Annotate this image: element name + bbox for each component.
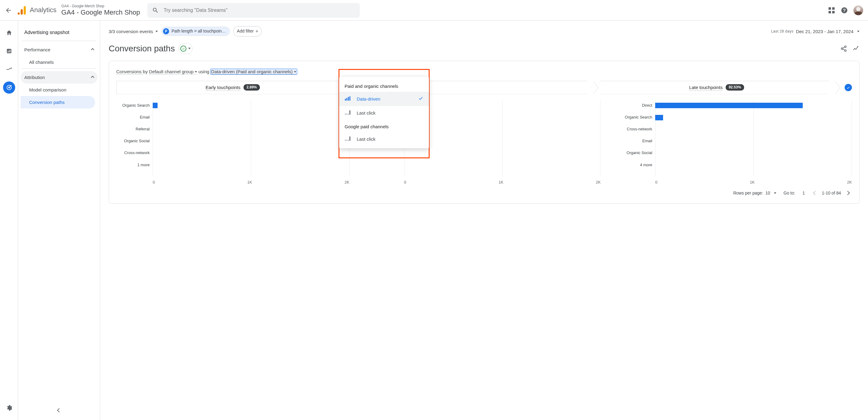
chart-xtick: 0	[153, 179, 155, 185]
sentence-model-selector[interactable]: Data-driven (Paid and organic channels)	[211, 69, 297, 75]
touchpoint-early-tab[interactable]: Early touchpoints 2.89%	[116, 81, 349, 94]
chart-labels: DirectOrganic SearchCross-networkEmailOr…	[619, 100, 652, 186]
attribution-model-dropdown: Paid and organic channels Data-driven La…	[339, 77, 429, 148]
svg-rect-31	[349, 136, 350, 141]
touchpoint-label: Early touchpoints	[206, 84, 241, 91]
touchpoint-late-tab[interactable]: Late touchpoints 92.53%	[600, 81, 833, 94]
filter-toolbar: 3/3 conversion events P Path length = al…	[100, 21, 868, 40]
svg-rect-24	[345, 114, 346, 115]
avatar[interactable]	[854, 5, 863, 15]
property-subtitle: GA4 - Google Merch Shop	[61, 4, 140, 8]
rail-home-icon[interactable]	[3, 27, 15, 39]
chip-badge-icon: P	[163, 28, 169, 34]
rail-admin-gear-icon[interactable]	[3, 402, 15, 414]
svg-point-17	[845, 50, 846, 52]
svg-line-18	[843, 47, 845, 48]
rail-advertising-icon[interactable]	[3, 81, 15, 93]
chevron-up-icon	[91, 76, 94, 79]
date-range-picker[interactable]: Last 28 days Dec 21, 2023 - Jan 17, 2024	[771, 28, 860, 35]
back-arrow-icon[interactable]	[5, 7, 12, 14]
svg-rect-4	[832, 7, 835, 10]
chart-category-label: Cross-network	[116, 150, 150, 156]
date-range-preset: Last 28 days	[771, 29, 794, 34]
conversion-events-label: 3/3 conversion events	[109, 28, 153, 35]
data-quality-button[interactable]	[179, 43, 192, 54]
chart-category-label: Organic Search	[619, 115, 652, 120]
touchpoint-badge: 2.89%	[244, 84, 260, 90]
main-content: 3/3 conversion events P Path length = al…	[100, 21, 868, 420]
caret-down-icon	[774, 192, 776, 194]
svg-rect-20	[345, 99, 346, 101]
conversion-events-selector[interactable]: 3/3 conversion events	[109, 28, 158, 35]
title-actions	[840, 45, 860, 52]
svg-point-14	[8, 87, 10, 88]
nav-group-attribution[interactable]: Attribution	[21, 71, 97, 84]
add-filter-button[interactable]: Add filter +	[234, 26, 262, 36]
pager-range: 1-10 of 84	[822, 190, 841, 196]
chart-area: 01K2K	[404, 100, 601, 186]
nav-snapshot-link[interactable]: Advertising snapshot	[21, 27, 97, 41]
chart-labels: Organic SearchEmailReferralOrganic Socia…	[116, 100, 150, 186]
insights-icon[interactable]	[852, 45, 860, 52]
sentence-metric[interactable]: Conversions	[116, 69, 143, 75]
chevron-right-icon	[833, 81, 842, 94]
secondary-nav: Advertising snapshot Performance All cha…	[18, 21, 100, 420]
chart-early: Organic SearchEmailReferralOrganic Socia…	[116, 100, 349, 186]
svg-point-15	[845, 46, 846, 48]
nav-item-all-channels[interactable]: All channels	[21, 56, 95, 68]
share-icon[interactable]	[840, 45, 847, 52]
svg-rect-10	[8, 51, 8, 53]
svg-rect-30	[348, 140, 349, 141]
page-title: Conversion paths	[109, 43, 175, 54]
svg-rect-25	[346, 114, 347, 115]
dropdown-item-last-click[interactable]: Last click	[339, 106, 429, 120]
chart-category-label: Organic Social	[619, 150, 652, 156]
nav-group-label: Attribution	[24, 74, 45, 81]
help-icon[interactable]: ?	[841, 7, 848, 14]
svg-rect-12	[10, 50, 10, 52]
filter-chip-path-length[interactable]: P Path length = all touchpoin…	[161, 27, 230, 36]
table-pager: Rows per page: 10 Go to: 1 1-10 of 84	[116, 186, 852, 196]
rail-reports-icon[interactable]	[3, 45, 15, 57]
property-selector[interactable]: GA4 - Google Merch Shop GA4 - Google Mer…	[61, 4, 140, 17]
goto-page[interactable]: Go to: 1	[784, 190, 805, 196]
svg-rect-27	[349, 110, 350, 115]
sentence-text: by	[143, 69, 149, 74]
svg-rect-23	[349, 96, 350, 101]
chart-category-label: Cross-network	[619, 127, 652, 132]
dropdown-item-data-driven[interactable]: Data-driven	[339, 92, 429, 106]
rows-per-page[interactable]: Rows per page: 10	[733, 190, 776, 196]
search-box[interactable]	[147, 3, 360, 18]
caret-down-icon	[188, 48, 191, 49]
chart-xtick: 1K	[247, 179, 252, 185]
divider	[22, 68, 96, 69]
nav-item-conversion-paths[interactable]: Conversion paths	[21, 96, 95, 109]
chart-xtick: 2K	[847, 179, 852, 185]
svg-rect-21	[346, 98, 347, 101]
analytics-label: Analytics	[30, 5, 57, 15]
sentence-dimension-selector[interactable]: Default channel group	[149, 69, 197, 75]
search-input[interactable]	[164, 8, 355, 13]
pager-prev-icon[interactable]	[812, 190, 818, 196]
nav-group-label: Performance	[24, 47, 51, 53]
chart-xtick: 2K	[345, 179, 349, 185]
rail-explore-icon[interactable]	[3, 63, 15, 75]
analytics-logo-icon	[17, 5, 27, 15]
collapse-nav-icon[interactable]	[53, 404, 65, 416]
card-sentence: Conversions by Default channel group usi…	[116, 68, 852, 75]
svg-rect-5	[829, 11, 831, 13]
caret-down-icon	[294, 71, 296, 73]
logo[interactable]: Analytics	[17, 5, 57, 15]
date-range-value: Dec 21, 2023 - Jan 17, 2024	[796, 28, 854, 35]
pager-next-icon[interactable]	[845, 190, 851, 196]
dropdown-item-google-last-click[interactable]: Last click	[339, 132, 429, 146]
nav-group-performance[interactable]: Performance	[21, 44, 97, 56]
nav-item-model-comparison[interactable]: Model comparison	[21, 84, 95, 96]
check-circle-icon	[180, 46, 186, 52]
charts-row: Organic SearchEmailReferralOrganic Socia…	[116, 100, 852, 186]
chart-category-label: Referral	[116, 127, 150, 132]
apps-grid-icon[interactable]	[828, 7, 835, 14]
chevron-right-icon	[591, 81, 600, 94]
chart-category-label: Email	[619, 138, 652, 144]
header-actions: ?	[828, 5, 863, 15]
